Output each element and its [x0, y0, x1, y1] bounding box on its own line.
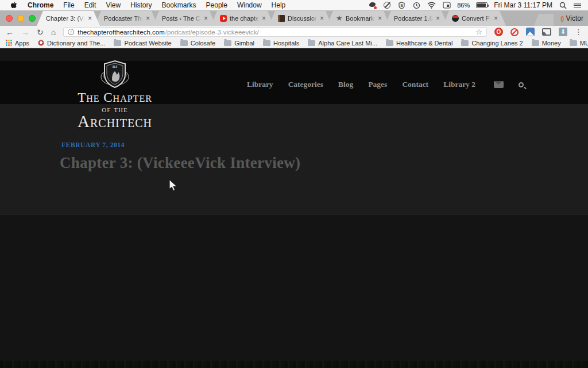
- dictionary-favicon: [38, 40, 44, 46]
- close-icon[interactable]: ×: [378, 15, 382, 22]
- download-extension-icon[interactable]: ⬇: [559, 28, 567, 36]
- menu-clock[interactable]: Fri Mar 3 11:17 PM: [494, 1, 552, 9]
- page-top-strip: [0, 48, 588, 61]
- folder-icon: [570, 40, 577, 46]
- page-info-icon[interactable]: i: [68, 29, 74, 35]
- minimize-window-button[interactable]: [17, 15, 24, 22]
- bookmark-folder-must-reads[interactable]: MUST READS VIDE...: [570, 40, 588, 47]
- bookmark-folder-alpha-care[interactable]: Alpha Care Last Mi...: [308, 40, 377, 47]
- extension-red-icon[interactable]: O: [494, 28, 503, 36]
- do-not-disturb-icon[interactable]: [382, 2, 391, 9]
- close-icon[interactable]: ×: [146, 15, 150, 22]
- wifi-icon[interactable]: [427, 2, 436, 9]
- menu-help[interactable]: Help: [272, 1, 286, 9]
- close-icon[interactable]: ×: [436, 15, 440, 22]
- menu-window[interactable]: Window: [237, 1, 262, 9]
- menu-file[interactable]: File: [63, 1, 74, 9]
- site-nav: Library Categories Blog Pages Contact Li…: [247, 80, 524, 89]
- notification-center-icon[interactable]: [574, 2, 581, 9]
- reload-icon[interactable]: ↻: [37, 28, 44, 36]
- new-tab-button[interactable]: [534, 14, 554, 26]
- folder-icon: [532, 40, 539, 46]
- tab-chapter-3[interactable]: Chapter 3: (Vicke ×: [37, 11, 100, 26]
- tab-youtube[interactable]: the chapter of the ×: [211, 11, 274, 26]
- webpage: DJ The Chapter of the Architech Library …: [0, 48, 588, 368]
- battery-icon: [476, 2, 488, 8]
- forum-favicon: [278, 15, 285, 22]
- crest-icon: DJ: [99, 60, 131, 90]
- shield-s-icon[interactable]: S: [397, 2, 406, 9]
- tab-posts[interactable]: Posts ‹ The Chapt ×: [153, 11, 216, 26]
- site-logo[interactable]: DJ The Chapter of the Architech: [60, 60, 170, 130]
- profile-chip[interactable]: () Victor: [560, 14, 583, 22]
- spotlight-icon[interactable]: [559, 2, 567, 9]
- close-icon[interactable]: ×: [262, 15, 266, 22]
- back-icon[interactable]: ←: [6, 28, 14, 36]
- tab-podcaster-165[interactable]: Podcaster 1.6.5 D ×: [385, 11, 448, 26]
- chrome-menu-icon[interactable]: ⋮: [575, 28, 582, 36]
- apple-icon[interactable]: [9, 2, 18, 9]
- tab-bookmark-manager[interactable]: ★ Bookmark Manag ×: [327, 11, 390, 26]
- search-icon[interactable]: [519, 82, 524, 87]
- bookmark-dictionary[interactable]: Dictionary and The...: [38, 40, 105, 47]
- tab-convert-pixels[interactable]: Convert Pixels to ×: [443, 11, 506, 26]
- menu-view[interactable]: View: [106, 1, 121, 9]
- menu-edit[interactable]: Edit: [84, 1, 96, 9]
- close-icon[interactable]: ×: [204, 15, 208, 22]
- chrome-tab-strip: Chapter 3: (Vicke × Podcaster Theme × Po…: [0, 11, 588, 26]
- youtube-favicon: [220, 15, 227, 22]
- bookmark-folder-hospitals[interactable]: Hospitals: [263, 40, 299, 47]
- bookmark-folder-podcast-website[interactable]: Podcast Website: [114, 40, 171, 47]
- bookmark-label: Gimbal: [234, 40, 254, 47]
- post-date[interactable]: FEBRUARY 7, 2014: [61, 141, 125, 148]
- bookmark-star-icon[interactable]: ☆: [475, 28, 482, 36]
- nav-pages[interactable]: Pages: [368, 80, 387, 89]
- bookmark-folder-colosafe[interactable]: Colosafe: [180, 40, 215, 47]
- nav-contact[interactable]: Contact: [402, 80, 428, 89]
- screenshot-extension-icon[interactable]: [526, 28, 535, 36]
- bookmarks-bar: Apps Dictionary and The... Podcast Websi…: [0, 38, 588, 48]
- input-source-icon[interactable]: [442, 2, 451, 9]
- recording-status-dot: [374, 6, 377, 9]
- menu-app-name[interactable]: Chrome: [28, 1, 53, 9]
- macos-menu-bar: Chrome File Edit View History Bookmarks …: [0, 0, 588, 11]
- tab-title: Podcaster 1.6.5 D: [394, 15, 433, 22]
- logo-line-1: The Chapter: [60, 91, 170, 105]
- footer-texture-strip: [0, 361, 588, 368]
- email-icon[interactable]: [494, 81, 504, 88]
- nav-library-2[interactable]: Library 2: [443, 80, 475, 89]
- bookmark-label: Podcast Website: [124, 40, 171, 47]
- address-bar[interactable]: i thechapterofthearchitech.com/podcast/e…: [63, 27, 487, 37]
- tab-podcaster-theme[interactable]: Podcaster Theme ×: [95, 11, 158, 26]
- bookmark-label: Money: [542, 40, 561, 47]
- home-icon[interactable]: ⌂: [51, 28, 56, 36]
- menu-bookmarks[interactable]: Bookmarks: [162, 1, 196, 9]
- bookmark-folder-gimbal[interactable]: Gimbal: [224, 40, 254, 47]
- folder-icon: [308, 40, 315, 46]
- nav-blog[interactable]: Blog: [338, 80, 353, 89]
- cast-icon[interactable]: [542, 28, 551, 36]
- close-icon[interactable]: ×: [320, 15, 324, 22]
- bookmark-folder-healthcare[interactable]: Healthcare & Dental: [386, 40, 452, 47]
- close-window-button[interactable]: [6, 15, 13, 22]
- bookmark-label: MUST READS VIDE...: [580, 40, 588, 47]
- bookmark-folder-changing-lanes[interactable]: Changing Lanes 2: [461, 40, 523, 47]
- bookmark-label: Healthcare & Dental: [396, 40, 452, 47]
- folder-icon: [386, 40, 393, 46]
- bookmark-label: Changing Lanes 2: [471, 40, 523, 47]
- adblock-extension-icon[interactable]: [510, 28, 519, 36]
- tab-title: Podcaster Theme: [104, 15, 143, 22]
- nav-library[interactable]: Library: [247, 80, 273, 89]
- post-body-section: [0, 214, 588, 361]
- tab-discussion[interactable]: Discussion on Po ×: [269, 11, 332, 26]
- bookmark-apps[interactable]: Apps: [6, 40, 29, 47]
- menu-people[interactable]: People: [206, 1, 227, 9]
- close-icon[interactable]: ×: [88, 15, 92, 22]
- recording-app-icon[interactable]: [368, 2, 376, 9]
- time-machine-icon[interactable]: [412, 2, 421, 9]
- bookmark-folder-money[interactable]: Money: [532, 40, 561, 47]
- menu-history[interactable]: History: [130, 1, 152, 9]
- nav-categories[interactable]: Categories: [288, 80, 323, 89]
- zoom-window-button[interactable]: [29, 15, 36, 22]
- close-icon[interactable]: ×: [494, 15, 498, 22]
